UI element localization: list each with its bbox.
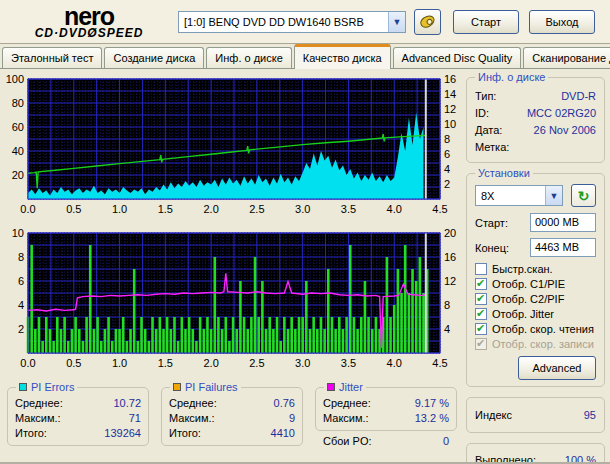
checkbox-icon[interactable] bbox=[475, 278, 487, 290]
po-failures-row: Сбои PO: 0 bbox=[315, 431, 457, 448]
progress-row: Выполнено:100 % bbox=[475, 452, 596, 464]
pi-errors-box: PI Errors Среднее:10.72 Максим.:71 Итого… bbox=[7, 387, 149, 446]
svg-text:3.0: 3.0 bbox=[295, 203, 310, 215]
scan-status-box: Выполнено:100 % Положение:4462 MB Скорос… bbox=[466, 443, 605, 464]
pi-failures-box: PI Failures Среднее:0.76 Максим.:9 Итого… bbox=[161, 387, 303, 446]
jitter-title: Jitter bbox=[324, 381, 366, 393]
svg-text:1.5: 1.5 bbox=[158, 357, 173, 369]
exit-button[interactable]: Выход bbox=[529, 10, 595, 34]
stat-row: Среднее:0.76 bbox=[169, 396, 295, 411]
refresh-button[interactable]: ↻ bbox=[571, 184, 596, 207]
disc-date-row: Дата:26 Nov 2006 bbox=[475, 122, 596, 139]
statistics-row: PI Errors Среднее:10.72 Максим.:71 Итого… bbox=[7, 387, 464, 448]
stat-row: Среднее:9.17 % bbox=[323, 396, 449, 411]
show-jitter-checkbox-row[interactable]: Отобр. Jitter bbox=[475, 308, 596, 320]
svg-text:8: 8 bbox=[18, 251, 24, 263]
checkbox-icon[interactable] bbox=[475, 323, 487, 335]
svg-text:12: 12 bbox=[444, 275, 456, 287]
svg-text:100: 100 bbox=[6, 73, 24, 85]
svg-text:3.5: 3.5 bbox=[341, 203, 356, 215]
eject-disc-button[interactable] bbox=[414, 9, 441, 35]
svg-text:3.0: 3.0 bbox=[295, 357, 310, 369]
svg-text:8: 8 bbox=[444, 299, 450, 311]
pi-errors-swatch-icon bbox=[19, 383, 27, 391]
toolbar: nero CD·DVDØSPEED [1:0] BENQ DVD DD DW16… bbox=[0, 0, 610, 44]
nero-cd-dvd-speed-window: nero CD·DVDØSPEED [1:0] BENQ DVD DD DW16… bbox=[0, 0, 610, 464]
tab-create-disc[interactable]: Создание диска bbox=[104, 47, 204, 68]
pi-errors-title: PI Errors bbox=[16, 381, 77, 393]
tab-disc-info[interactable]: Инф. о диске bbox=[206, 47, 291, 68]
stat-row: Среднее:10.72 bbox=[15, 396, 141, 411]
disc-info-title: Инф. о диске bbox=[475, 71, 548, 83]
svg-text:16: 16 bbox=[444, 251, 456, 263]
pi-failures-swatch-icon bbox=[173, 383, 181, 391]
quality-index-box: Индекс 95 bbox=[466, 397, 605, 433]
svg-text:16: 16 bbox=[444, 73, 456, 85]
start-position-field[interactable]: 0000 MB bbox=[530, 213, 596, 232]
checkbox-icon bbox=[475, 338, 487, 350]
checkbox-icon[interactable] bbox=[475, 263, 487, 275]
end-position-field[interactable]: 4463 MB bbox=[530, 238, 596, 257]
index-value: 95 bbox=[584, 408, 596, 422]
show-c2-pif-checkbox-row[interactable]: Отобр. C2/PIF bbox=[475, 293, 596, 305]
show-read-speed-checkbox-row[interactable]: Отобр. скор. чтения bbox=[475, 323, 596, 335]
advanced-button[interactable]: Advanced bbox=[518, 356, 596, 380]
svg-text:0.0: 0.0 bbox=[20, 357, 35, 369]
svg-text:0.5: 0.5 bbox=[66, 203, 81, 215]
svg-text:1.5: 1.5 bbox=[158, 203, 173, 215]
sidebar: Инф. о диске Тип:DVD-R ID:MCC 02RG20 Дат… bbox=[464, 69, 610, 464]
svg-text:14: 14 bbox=[444, 88, 456, 100]
nero-logo: nero CD·DVDØSPEED bbox=[0, 4, 178, 39]
pi-failures-title: PI Failures bbox=[170, 381, 241, 393]
tab-benchmark[interactable]: Эталонный тест bbox=[2, 47, 102, 68]
settings-title: Установки bbox=[475, 167, 533, 179]
quick-scan-checkbox-row[interactable]: Быстр.скан. bbox=[475, 263, 596, 275]
disc-label-row: Метка: bbox=[475, 139, 596, 156]
drive-select-value: [1:0] BENQ DVD DD DW1640 BSRB bbox=[179, 16, 388, 28]
svg-text:4.5: 4.5 bbox=[432, 203, 447, 215]
svg-text:4: 4 bbox=[18, 299, 24, 311]
svg-text:4: 4 bbox=[444, 323, 450, 335]
tab-disc-quality[interactable]: Качество диска bbox=[294, 44, 391, 69]
svg-text:20: 20 bbox=[444, 227, 456, 239]
svg-text:2.5: 2.5 bbox=[249, 203, 264, 215]
tab-advanced-disc-quality[interactable]: Advanced Disc Quality bbox=[393, 47, 522, 68]
stat-row: Максим.:9 bbox=[169, 411, 295, 426]
jitter-swatch-icon bbox=[327, 383, 335, 391]
disc-id-row: ID:MCC 02RG20 bbox=[475, 105, 596, 122]
svg-text:4.0: 4.0 bbox=[387, 357, 402, 369]
speed-select-value: 8X bbox=[476, 190, 545, 202]
pi-failures-jitter-chart: 0.00.51.01.52.02.53.03.54.04.52468104812… bbox=[0, 227, 464, 377]
charts-area: 0.00.51.01.52.02.53.03.54.04.52040608010… bbox=[0, 69, 464, 464]
stat-row: Максим.:71 bbox=[15, 411, 141, 426]
checkbox-icon[interactable] bbox=[475, 308, 487, 320]
svg-text:10: 10 bbox=[444, 118, 456, 130]
tabstrip: Эталонный тест Создание диска Инф. о дис… bbox=[0, 44, 610, 69]
stat-row: Итого:4410 bbox=[169, 426, 295, 441]
svg-text:2.0: 2.0 bbox=[203, 203, 218, 215]
svg-text:4.0: 4.0 bbox=[387, 203, 402, 215]
refresh-icon: ↻ bbox=[578, 188, 590, 204]
drive-select[interactable]: [1:0] BENQ DVD DD DW1640 BSRB ▼ bbox=[178, 11, 406, 33]
svg-text:60: 60 bbox=[12, 121, 24, 133]
show-c1-pie-checkbox-row[interactable]: Отобр. C1/PIE bbox=[475, 278, 596, 290]
svg-text:2: 2 bbox=[444, 178, 450, 190]
tab-scandisc[interactable]: Сканирование диска bbox=[523, 47, 610, 68]
cdvdspeed-logo-text: CD·DVDØSPEED bbox=[0, 27, 178, 39]
svg-text:2: 2 bbox=[18, 323, 24, 335]
speed-select[interactable]: 8X ▼ bbox=[475, 185, 563, 206]
checkbox-icon[interactable] bbox=[475, 293, 487, 305]
svg-text:6: 6 bbox=[444, 148, 450, 160]
svg-text:4.5: 4.5 bbox=[432, 357, 447, 369]
svg-text:8: 8 bbox=[444, 133, 450, 145]
svg-text:4: 4 bbox=[444, 163, 450, 175]
index-label: Индекс bbox=[475, 408, 512, 422]
start-button[interactable]: Старт bbox=[453, 10, 519, 34]
svg-text:1.0: 1.0 bbox=[112, 203, 127, 215]
chevron-down-icon[interactable]: ▼ bbox=[545, 186, 562, 205]
svg-text:2.0: 2.0 bbox=[203, 357, 218, 369]
chevron-down-icon[interactable]: ▼ bbox=[388, 12, 405, 32]
svg-text:40: 40 bbox=[12, 145, 24, 157]
stat-row: Итого:139264 bbox=[15, 426, 141, 441]
svg-text:2.5: 2.5 bbox=[249, 357, 264, 369]
